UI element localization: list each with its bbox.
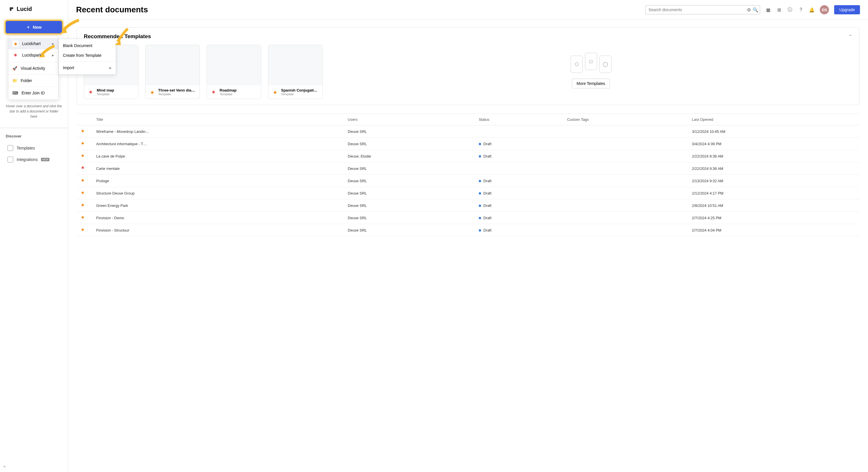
doc-type-icon: ✱	[81, 165, 87, 171]
template-card[interactable]: ◆Spanish Conjugati…Template	[268, 45, 322, 99]
doc-last-opened: 2/22/2024 9:36 AM	[687, 162, 859, 175]
table-row[interactable]: ◆Architecture informatique - T…Deuse SRL…	[76, 138, 859, 150]
doc-title: La cave de Polpe	[92, 150, 343, 162]
sidebar-item-label: Integrations	[17, 157, 38, 162]
doc-status: Draft	[474, 138, 563, 150]
doc-status: Draft	[474, 175, 563, 187]
doc-tags	[563, 224, 687, 237]
upgrade-button[interactable]: Upgrade	[834, 5, 860, 14]
rocket-icon: 🚀	[12, 66, 17, 71]
doc-last-opened: 2/7/2024 4:04 PM	[687, 224, 859, 237]
brand-logo[interactable]: Lucid	[0, 0, 68, 18]
doc-last-opened: 2/12/2024 4:17 PM	[687, 187, 859, 199]
submenu-import[interactable]: Import ▶	[59, 63, 116, 72]
doc-last-opened: 2/22/2024 9:36 AM	[687, 150, 859, 162]
table-row[interactable]: ◆Wireframe - Movedrop Landin…Deuse SRL3/…	[76, 125, 859, 138]
collapse-sidebar-icon[interactable]: «	[3, 464, 6, 469]
col-status[interactable]: Status	[474, 114, 563, 125]
doc-users: Deuse SRL	[343, 212, 474, 224]
template-sublabel: Template	[281, 92, 317, 96]
doc-title: Carte mentale	[92, 162, 343, 175]
doc-status: Draft	[474, 187, 563, 199]
template-name: Three-set Venn dia…	[158, 88, 195, 92]
doc-type-icon: ◆	[81, 202, 87, 208]
collapse-panel-icon[interactable]: ⌃	[848, 34, 852, 39]
doc-last-opened: 2/13/2024 9:32 AM	[687, 175, 859, 187]
doc-status: Draft	[474, 224, 563, 237]
doc-status: Draft	[474, 150, 563, 162]
table-row[interactable]: ✱Carte mentaleDeuse SRL2/22/2024 9:36 AM	[76, 162, 859, 175]
more-templates-button[interactable]: More Templates	[572, 78, 610, 88]
search-icon[interactable]: 🔍	[753, 7, 758, 12]
new-button[interactable]: ＋ New	[6, 21, 62, 33]
template-preview-icon: ⬡	[570, 56, 583, 73]
doc-users: Deuse SRL	[343, 125, 474, 138]
doc-users: Deuse SRL	[343, 187, 474, 199]
doc-status: Draft	[474, 212, 563, 224]
notifications-icon[interactable]: 🔔	[809, 7, 815, 12]
menu-label: Create from Template	[63, 53, 101, 58]
grid-view-icon[interactable]: ▦	[765, 7, 771, 12]
menu-folder[interactable]: 📁 Folder	[8, 76, 58, 86]
caret-right-icon: ▶	[110, 66, 112, 69]
sidebar-item-integrations[interactable]: Integrations NEW	[6, 154, 62, 165]
table-row[interactable]: ◆La cave de PolpeDeuse, ElodieDraft2/22/…	[76, 150, 859, 162]
lucidspark-icon: ✱	[88, 89, 94, 95]
doc-tags	[563, 138, 687, 150]
doc-status	[474, 125, 563, 138]
submenu-blank-document[interactable]: Blank Document	[59, 41, 116, 51]
keyboard-icon: ⌨	[12, 91, 18, 95]
doc-title: Architecture informatique - T…	[92, 138, 343, 150]
help-icon[interactable]: ?	[798, 7, 804, 12]
col-last-opened[interactable]: Last Opened	[687, 114, 859, 125]
folder-icon: 📁	[12, 78, 17, 83]
annotation-arrow-icon	[37, 44, 57, 59]
col-title[interactable]: Title	[92, 114, 343, 125]
menu-visual-activity[interactable]: 🚀 Visual Activity	[8, 63, 58, 73]
filter-icon[interactable]: ⚙	[747, 7, 751, 12]
doc-last-opened: 3/12/2024 10:45 AM	[687, 125, 859, 138]
menu-label: Blank Document	[63, 43, 92, 48]
status-dot-icon	[479, 155, 481, 158]
templates-icon	[7, 145, 13, 151]
avatar[interactable]: DS	[820, 5, 829, 14]
col-icon	[76, 114, 92, 125]
sidebar-item-label: Templates	[17, 146, 35, 150]
submenu-create-from-template[interactable]: Create from Template	[59, 51, 116, 60]
table-row[interactable]: ◆Finvision - StructuurDeuse SRLDraft2/7/…	[76, 224, 859, 237]
table-row[interactable]: ◆Finvision - DemoDeuse SRLDraft2/7/2024 …	[76, 212, 859, 224]
table-row[interactable]: ◆Green Energy ParkDeuse SRLDraft2/8/2024…	[76, 199, 859, 212]
info-icon[interactable]: ⓘ	[787, 7, 793, 12]
menu-label: Visual Activity	[21, 66, 45, 71]
annotation-arrow-icon	[113, 27, 131, 48]
apps-icon[interactable]: ⊞	[776, 7, 782, 12]
lucidchart-icon: ◆	[12, 40, 19, 47]
doc-tags	[563, 162, 687, 175]
doc-tags	[563, 150, 687, 162]
col-tags[interactable]: Custom Tags	[563, 114, 687, 125]
template-preview-icon: ◯	[599, 56, 611, 73]
plus-icon: ＋	[26, 24, 30, 30]
annotation-arrow-icon	[59, 17, 82, 34]
new-badge: NEW	[41, 158, 50, 161]
template-card[interactable]: ◆Three-set Venn dia…Template	[145, 45, 200, 99]
doc-last-opened: 2/8/2024 10:51 AM	[687, 199, 859, 212]
doc-tags	[563, 199, 687, 212]
status-dot-icon	[479, 192, 481, 194]
search-input[interactable]	[645, 5, 760, 14]
table-row[interactable]: ◆Structure Deuse GroupDeuse SRLDraft2/12…	[76, 187, 859, 199]
status-dot-icon	[479, 204, 481, 207]
table-row[interactable]: ◆PrologeDeuse SRLDraft2/13/2024 9:32 AM	[76, 175, 859, 187]
menu-enter-join-id[interactable]: ⌨ Enter Join ID	[8, 88, 58, 98]
doc-title: Wireframe - Movedrop Landin…	[92, 125, 343, 138]
doc-type-icon: ◆	[81, 129, 87, 134]
doc-users: Deuse SRL	[343, 224, 474, 237]
col-users[interactable]: Users	[343, 114, 474, 125]
integrations-icon	[7, 157, 13, 162]
starred-help: Hover over a document and click the star…	[6, 103, 62, 119]
doc-users: Deuse SRL	[343, 199, 474, 212]
doc-title: Finvision - Demo	[92, 212, 343, 224]
template-card[interactable]: ✱RoadmapTemplate	[207, 45, 261, 99]
template-name: Roadmap	[220, 88, 237, 92]
sidebar-item-templates[interactable]: Templates	[6, 142, 62, 154]
